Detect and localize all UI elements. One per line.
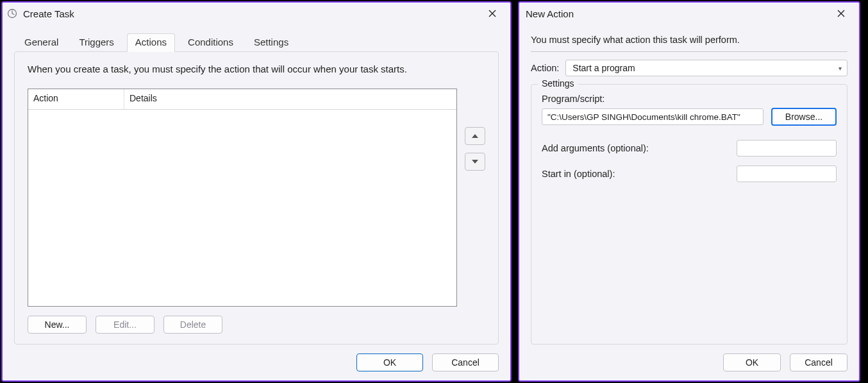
tab-settings[interactable]: Settings: [246, 34, 296, 51]
ok-button[interactable]: OK: [356, 353, 423, 371]
actions-table[interactable]: Action Details: [28, 89, 457, 307]
panel-hint: When you create a task, you must specify…: [28, 64, 485, 74]
tab-triggers[interactable]: Triggers: [71, 34, 121, 51]
tab-actions[interactable]: Actions: [127, 33, 175, 52]
move-down-button[interactable]: [465, 153, 485, 171]
cancel-button[interactable]: Cancel: [790, 353, 847, 371]
arguments-label: Add arguments (optional):: [542, 143, 715, 153]
dialog-body: You must specify what action this task w…: [519, 24, 859, 380]
dialog-body: General Triggers Actions Conditions Sett…: [3, 24, 510, 380]
table-header: Action Details: [28, 89, 456, 110]
clock-icon: [6, 8, 18, 19]
chevron-down-icon: ▾: [839, 65, 842, 72]
startin-label: Start in (optional):: [542, 169, 715, 179]
tab-conditions[interactable]: Conditions: [180, 34, 241, 51]
window-title: Create Task: [23, 8, 478, 19]
action-label: Action:: [531, 63, 559, 73]
window-title: New Action: [526, 8, 827, 19]
create-task-window: Create Task General Triggers Actions Con…: [1, 1, 512, 382]
settings-group: Settings Program/script: "C:\Users\GP SI…: [531, 84, 847, 345]
program-input[interactable]: "C:\Users\GP SINGH\Documents\kill chrome…: [542, 108, 764, 125]
delete-button[interactable]: Delete: [163, 316, 222, 334]
arguments-input[interactable]: [737, 140, 837, 157]
tabs: General Triggers Actions Conditions Sett…: [14, 32, 499, 51]
ok-button[interactable]: OK: [723, 353, 781, 371]
action-select[interactable]: Start a program ▾: [565, 60, 847, 76]
tab-general[interactable]: General: [17, 34, 66, 51]
reorder-controls: [465, 127, 485, 307]
new-button[interactable]: New...: [28, 316, 87, 334]
new-action-window: New Action You must specify what action …: [518, 1, 860, 382]
program-label: Program/script:: [542, 94, 837, 104]
close-icon[interactable]: [827, 4, 855, 22]
column-action[interactable]: Action: [28, 89, 124, 109]
cancel-button[interactable]: Cancel: [432, 353, 499, 371]
settings-legend: Settings: [538, 78, 578, 89]
action-select-value: Start a program: [572, 63, 635, 73]
column-details[interactable]: Details: [124, 89, 456, 109]
browse-button[interactable]: Browse...: [771, 108, 837, 126]
move-up-button[interactable]: [465, 127, 485, 145]
panel-hint: You must specify what action this task w…: [531, 35, 847, 45]
title-bar: New Action: [519, 3, 859, 24]
title-bar: Create Task: [3, 3, 510, 24]
actions-panel: When you create a task, you must specify…: [14, 51, 499, 345]
startin-input[interactable]: [737, 166, 837, 182]
close-icon[interactable]: [478, 4, 506, 22]
divider: [531, 51, 847, 52]
edit-button[interactable]: Edit...: [96, 316, 154, 334]
